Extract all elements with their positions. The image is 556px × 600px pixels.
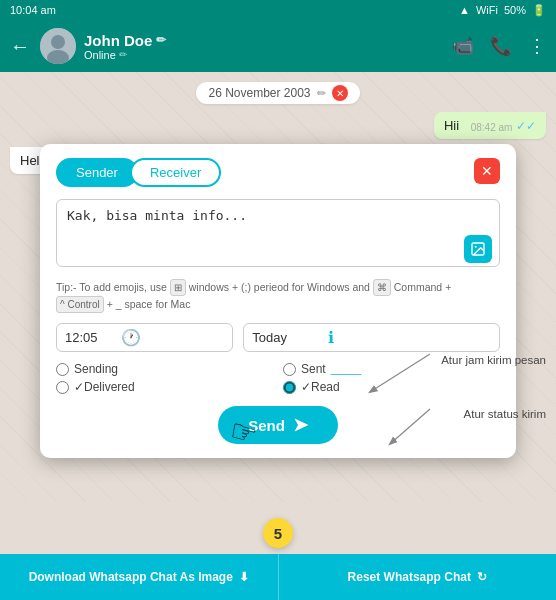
image-button[interactable] <box>464 235 492 263</box>
annotation-jam: Atur jam kirim pesan <box>441 354 546 366</box>
reset-button[interactable]: Reset Whatsapp Chat ↻ <box>279 554 557 600</box>
back-button[interactable]: ← <box>10 35 30 58</box>
radio-read[interactable] <box>283 381 296 394</box>
step-badge: 5 <box>263 518 293 548</box>
edit-status-icon[interactable]: ✏ <box>119 49 127 60</box>
svg-point-1 <box>51 35 65 49</box>
reset-label: Reset Whatsapp Chat <box>348 570 471 584</box>
status-row: Sending Sent _____ ✓Delivered ✓Read <box>56 362 500 394</box>
date-close-icon[interactable]: ✕ <box>332 85 348 101</box>
status-sending: Sending <box>56 362 273 376</box>
time-input-wrap: 🕐 <box>56 323 233 352</box>
bottom-bar: Download Whatsapp Chat As Image ⬇ Reset … <box>0 554 556 600</box>
chat-area: 26 November 2003 ✏ ✕ Hii 08:42 am ✓✓ Hel… <box>0 72 556 502</box>
status-signal: ▲ <box>459 4 470 16</box>
status-time: 10:04 am <box>10 4 56 16</box>
bubble-sent: Hii 08:42 am ✓✓ <box>434 112 546 139</box>
avatar <box>40 28 76 64</box>
label-sending: Sending <box>74 362 118 376</box>
message-input-area: Kak, bisa minta info... <box>56 199 500 271</box>
send-btn-row: Send ➤ <box>56 406 500 444</box>
label-sent: Sent <box>301 362 326 376</box>
status-battery: 50% <box>504 4 526 16</box>
windows-icon: ⊞ <box>170 279 186 296</box>
svg-point-4 <box>475 246 477 248</box>
sent-ticks: ✓✓ <box>516 119 536 133</box>
date-badge: 26 November 2003 ✏ ✕ <box>0 82 556 104</box>
time-date-row: 🕐 ℹ <box>56 323 500 352</box>
download-button[interactable]: Download Whatsapp Chat As Image ⬇ <box>0 554 279 600</box>
status-wifi: WiFi <box>476 4 498 16</box>
reset-icon: ↻ <box>477 570 487 584</box>
download-icon: ⬇ <box>239 570 249 584</box>
date-input[interactable] <box>252 330 322 345</box>
contact-name: John Doe ✏ <box>84 32 444 49</box>
label-read: ✓Read <box>301 380 340 394</box>
tab-row: Sender Receiver ✕ <box>56 158 500 187</box>
date-edit-icon[interactable]: ✏ <box>317 87 326 100</box>
sent-text: Hii <box>444 118 459 133</box>
message-textarea[interactable]: Kak, bisa minta info... <box>56 199 500 267</box>
sent-time: 08:42 am <box>471 122 513 133</box>
message-modal: Sender Receiver ✕ Kak, bisa minta info..… <box>40 144 516 458</box>
video-call-icon[interactable]: 📹 <box>452 35 474 57</box>
edit-name-icon[interactable]: ✏ <box>156 33 166 47</box>
time-input[interactable] <box>65 330 115 345</box>
contact-status: Online ✏ <box>84 49 444 61</box>
radio-sending[interactable] <box>56 363 69 376</box>
contact-info: John Doe ✏ Online ✏ <box>84 32 444 61</box>
close-modal-button[interactable]: ✕ <box>474 158 500 184</box>
status-read: ✓Read <box>283 380 500 394</box>
chat-header: ← John Doe ✏ Online ✏ 📹 📞 ⋮ <box>0 20 556 72</box>
status-delivered: ✓Delivered <box>56 380 273 394</box>
annotation-status: Atur status kirim <box>464 408 546 420</box>
download-label: Download Whatsapp Chat As Image <box>29 570 233 584</box>
receiver-tab[interactable]: Receiver <box>130 158 221 187</box>
date-text: 26 November 2003 <box>208 86 310 100</box>
date-input-wrap: ℹ <box>243 323 500 352</box>
send-arrow-icon: ➤ <box>293 414 308 436</box>
cmd-icon: ⌘ <box>373 279 391 296</box>
radio-sent[interactable] <box>283 363 296 376</box>
tip-text: Tip:- To add emojis, use ⊞ windows + (;)… <box>56 279 500 313</box>
clock-icon: 🕐 <box>121 328 141 347</box>
status-battery-icon: 🔋 <box>532 4 546 17</box>
ctrl-icon: ^ Control <box>56 296 104 313</box>
sender-tab[interactable]: Sender <box>56 158 138 187</box>
call-icon[interactable]: 📞 <box>490 35 512 57</box>
date-info-icon[interactable]: ℹ <box>328 328 334 347</box>
menu-icon[interactable]: ⋮ <box>528 35 546 57</box>
status-bar: 10:04 am ▲ WiFi 50% 🔋 <box>0 0 556 20</box>
header-icons: 📹 📞 ⋮ <box>452 35 546 57</box>
label-delivered: ✓Delivered <box>74 380 135 394</box>
radio-delivered[interactable] <box>56 381 69 394</box>
message-sent: Hii 08:42 am ✓✓ <box>10 112 546 139</box>
